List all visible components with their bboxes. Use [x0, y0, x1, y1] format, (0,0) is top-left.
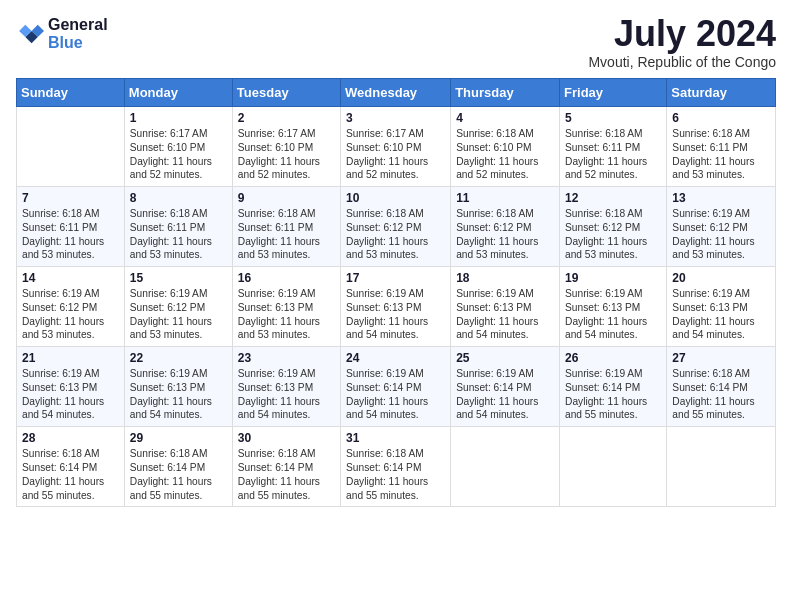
weekday-header: Wednesday — [341, 79, 451, 107]
cell-info: Sunrise: 6:19 AM Sunset: 6:13 PM Dayligh… — [238, 287, 335, 342]
location: Mvouti, Republic of the Congo — [588, 54, 776, 70]
cell-info: Sunrise: 6:19 AM Sunset: 6:12 PM Dayligh… — [130, 287, 227, 342]
cell-info: Sunrise: 6:19 AM Sunset: 6:13 PM Dayligh… — [456, 287, 554, 342]
day-number: 23 — [238, 351, 335, 365]
weekday-header: Tuesday — [232, 79, 340, 107]
calendar-cell: 1Sunrise: 6:17 AM Sunset: 6:10 PM Daylig… — [124, 107, 232, 187]
day-number: 21 — [22, 351, 119, 365]
day-number: 26 — [565, 351, 661, 365]
weekday-header: Thursday — [451, 79, 560, 107]
calendar-cell: 3Sunrise: 6:17 AM Sunset: 6:10 PM Daylig… — [341, 107, 451, 187]
title-block: July 2024 Mvouti, Republic of the Congo — [588, 16, 776, 70]
calendar-week-row: 28Sunrise: 6:18 AM Sunset: 6:14 PM Dayli… — [17, 427, 776, 507]
cell-info: Sunrise: 6:18 AM Sunset: 6:14 PM Dayligh… — [346, 447, 445, 502]
logo-icon — [16, 20, 44, 48]
logo-text: General Blue — [48, 16, 108, 52]
day-number: 17 — [346, 271, 445, 285]
calendar-cell: 2Sunrise: 6:17 AM Sunset: 6:10 PM Daylig… — [232, 107, 340, 187]
calendar-cell — [667, 427, 776, 507]
weekday-header: Friday — [560, 79, 667, 107]
day-number: 9 — [238, 191, 335, 205]
calendar-cell — [451, 427, 560, 507]
day-number: 31 — [346, 431, 445, 445]
day-number: 2 — [238, 111, 335, 125]
cell-info: Sunrise: 6:19 AM Sunset: 6:13 PM Dayligh… — [565, 287, 661, 342]
month-year: July 2024 — [588, 16, 776, 52]
cell-info: Sunrise: 6:18 AM Sunset: 6:14 PM Dayligh… — [672, 367, 770, 422]
day-number: 18 — [456, 271, 554, 285]
calendar-cell: 14Sunrise: 6:19 AM Sunset: 6:12 PM Dayli… — [17, 267, 125, 347]
cell-info: Sunrise: 6:19 AM Sunset: 6:13 PM Dayligh… — [130, 367, 227, 422]
calendar-cell: 17Sunrise: 6:19 AM Sunset: 6:13 PM Dayli… — [341, 267, 451, 347]
cell-info: Sunrise: 6:17 AM Sunset: 6:10 PM Dayligh… — [130, 127, 227, 182]
day-number: 27 — [672, 351, 770, 365]
calendar-cell: 4Sunrise: 6:18 AM Sunset: 6:10 PM Daylig… — [451, 107, 560, 187]
calendar-cell: 10Sunrise: 6:18 AM Sunset: 6:12 PM Dayli… — [341, 187, 451, 267]
day-number: 20 — [672, 271, 770, 285]
day-number: 3 — [346, 111, 445, 125]
day-number: 25 — [456, 351, 554, 365]
cell-info: Sunrise: 6:18 AM Sunset: 6:11 PM Dayligh… — [565, 127, 661, 182]
day-number: 5 — [565, 111, 661, 125]
calendar-cell: 27Sunrise: 6:18 AM Sunset: 6:14 PM Dayli… — [667, 347, 776, 427]
cell-info: Sunrise: 6:18 AM Sunset: 6:11 PM Dayligh… — [130, 207, 227, 262]
day-number: 13 — [672, 191, 770, 205]
cell-info: Sunrise: 6:18 AM Sunset: 6:14 PM Dayligh… — [22, 447, 119, 502]
calendar-week-row: 14Sunrise: 6:19 AM Sunset: 6:12 PM Dayli… — [17, 267, 776, 347]
calendar-cell: 5Sunrise: 6:18 AM Sunset: 6:11 PM Daylig… — [560, 107, 667, 187]
cell-info: Sunrise: 6:19 AM Sunset: 6:14 PM Dayligh… — [565, 367, 661, 422]
calendar-cell: 16Sunrise: 6:19 AM Sunset: 6:13 PM Dayli… — [232, 267, 340, 347]
cell-info: Sunrise: 6:18 AM Sunset: 6:12 PM Dayligh… — [565, 207, 661, 262]
calendar-header-row: SundayMondayTuesdayWednesdayThursdayFrid… — [17, 79, 776, 107]
day-number: 24 — [346, 351, 445, 365]
calendar-cell: 20Sunrise: 6:19 AM Sunset: 6:13 PM Dayli… — [667, 267, 776, 347]
cell-info: Sunrise: 6:18 AM Sunset: 6:10 PM Dayligh… — [456, 127, 554, 182]
calendar-cell: 13Sunrise: 6:19 AM Sunset: 6:12 PM Dayli… — [667, 187, 776, 267]
weekday-header: Monday — [124, 79, 232, 107]
calendar-cell: 9Sunrise: 6:18 AM Sunset: 6:11 PM Daylig… — [232, 187, 340, 267]
calendar-cell: 24Sunrise: 6:19 AM Sunset: 6:14 PM Dayli… — [341, 347, 451, 427]
calendar-cell: 29Sunrise: 6:18 AM Sunset: 6:14 PM Dayli… — [124, 427, 232, 507]
cell-info: Sunrise: 6:18 AM Sunset: 6:14 PM Dayligh… — [130, 447, 227, 502]
calendar-week-row: 7Sunrise: 6:18 AM Sunset: 6:11 PM Daylig… — [17, 187, 776, 267]
weekday-header: Saturday — [667, 79, 776, 107]
calendar-cell: 21Sunrise: 6:19 AM Sunset: 6:13 PM Dayli… — [17, 347, 125, 427]
calendar-cell: 15Sunrise: 6:19 AM Sunset: 6:12 PM Dayli… — [124, 267, 232, 347]
day-number: 8 — [130, 191, 227, 205]
day-number: 19 — [565, 271, 661, 285]
cell-info: Sunrise: 6:19 AM Sunset: 6:12 PM Dayligh… — [22, 287, 119, 342]
calendar-table: SundayMondayTuesdayWednesdayThursdayFrid… — [16, 78, 776, 507]
calendar-cell: 18Sunrise: 6:19 AM Sunset: 6:13 PM Dayli… — [451, 267, 560, 347]
calendar-week-row: 21Sunrise: 6:19 AM Sunset: 6:13 PM Dayli… — [17, 347, 776, 427]
calendar-cell: 25Sunrise: 6:19 AM Sunset: 6:14 PM Dayli… — [451, 347, 560, 427]
calendar-cell: 30Sunrise: 6:18 AM Sunset: 6:14 PM Dayli… — [232, 427, 340, 507]
calendar-cell: 12Sunrise: 6:18 AM Sunset: 6:12 PM Dayli… — [560, 187, 667, 267]
calendar-cell — [17, 107, 125, 187]
calendar-cell: 28Sunrise: 6:18 AM Sunset: 6:14 PM Dayli… — [17, 427, 125, 507]
cell-info: Sunrise: 6:19 AM Sunset: 6:14 PM Dayligh… — [346, 367, 445, 422]
day-number: 11 — [456, 191, 554, 205]
calendar-cell: 26Sunrise: 6:19 AM Sunset: 6:14 PM Dayli… — [560, 347, 667, 427]
day-number: 10 — [346, 191, 445, 205]
logo: General Blue — [16, 16, 108, 52]
weekday-header: Sunday — [17, 79, 125, 107]
day-number: 16 — [238, 271, 335, 285]
cell-info: Sunrise: 6:18 AM Sunset: 6:11 PM Dayligh… — [22, 207, 119, 262]
day-number: 28 — [22, 431, 119, 445]
day-number: 6 — [672, 111, 770, 125]
calendar-cell: 7Sunrise: 6:18 AM Sunset: 6:11 PM Daylig… — [17, 187, 125, 267]
page-header: General Blue July 2024 Mvouti, Republic … — [16, 16, 776, 70]
cell-info: Sunrise: 6:19 AM Sunset: 6:14 PM Dayligh… — [456, 367, 554, 422]
cell-info: Sunrise: 6:18 AM Sunset: 6:12 PM Dayligh… — [456, 207, 554, 262]
cell-info: Sunrise: 6:17 AM Sunset: 6:10 PM Dayligh… — [238, 127, 335, 182]
calendar-cell — [560, 427, 667, 507]
calendar-cell: 23Sunrise: 6:19 AM Sunset: 6:13 PM Dayli… — [232, 347, 340, 427]
cell-info: Sunrise: 6:18 AM Sunset: 6:11 PM Dayligh… — [238, 207, 335, 262]
calendar-cell: 8Sunrise: 6:18 AM Sunset: 6:11 PM Daylig… — [124, 187, 232, 267]
calendar-cell: 11Sunrise: 6:18 AM Sunset: 6:12 PM Dayli… — [451, 187, 560, 267]
calendar-cell: 31Sunrise: 6:18 AM Sunset: 6:14 PM Dayli… — [341, 427, 451, 507]
day-number: 14 — [22, 271, 119, 285]
day-number: 15 — [130, 271, 227, 285]
day-number: 4 — [456, 111, 554, 125]
cell-info: Sunrise: 6:19 AM Sunset: 6:12 PM Dayligh… — [672, 207, 770, 262]
